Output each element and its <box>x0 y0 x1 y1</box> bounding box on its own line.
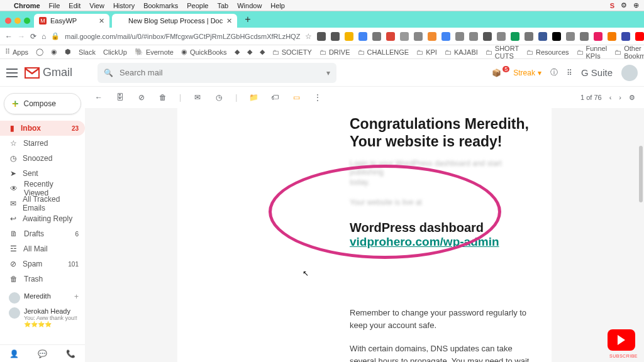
bookmark-item[interactable]: ⬢ <box>65 48 71 56</box>
bookmark-clickup[interactable]: ClickUp <box>103 48 127 56</box>
move-to-icon[interactable]: 📁 <box>248 93 258 102</box>
search-bar[interactable]: 🔍 ▾ <box>97 63 336 83</box>
extension-icon[interactable] <box>580 32 589 41</box>
gmail-logo[interactable]: Gmail <box>24 66 72 79</box>
bookmark-folder-drive[interactable]: 🗀 DRIVE <box>319 48 350 56</box>
apps-grid-icon[interactable]: ⠿ <box>567 69 572 77</box>
close-window-icon[interactable] <box>5 18 11 24</box>
extension-icon[interactable] <box>331 32 340 41</box>
extension-icon[interactable] <box>400 32 409 41</box>
extension-icon[interactable] <box>538 32 547 41</box>
browser-tab-easywp[interactable]: M EasyWP ✕ <box>34 14 109 28</box>
address-bar[interactable]: mail.google.com/mail/u/0/#inbox/FMfcgxwG… <box>65 33 300 40</box>
extension-icon[interactable] <box>414 32 423 41</box>
extension-icon[interactable] <box>525 32 533 41</box>
extension-icon[interactable] <box>372 32 381 41</box>
menu-file[interactable]: File <box>49 2 60 9</box>
bookmark-folder-shortcuts[interactable]: 🗀 SHORT CUTS <box>486 45 519 60</box>
search-icon[interactable]: 🔍 <box>104 69 113 77</box>
lock-icon[interactable]: 🔒 <box>51 32 60 40</box>
extension-icon[interactable] <box>483 32 492 41</box>
bookmark-item[interactable]: ◆ <box>260 48 265 56</box>
maximize-window-icon[interactable] <box>24 18 30 24</box>
bookmark-folder-kajabi[interactable]: 🗀 KAJABI <box>445 48 478 56</box>
bookmark-item[interactable]: ◆ <box>235 48 240 56</box>
youtube-subscribe-overlay[interactable] <box>608 329 635 351</box>
extension-icon[interactable] <box>428 32 436 41</box>
sidebar-item-starred[interactable]: ☆Starred <box>0 136 85 151</box>
back-button[interactable]: ← <box>5 32 13 41</box>
extension-icon[interactable] <box>511 32 519 41</box>
menu-bookmarks[interactable]: Bookmarks <box>143 2 178 9</box>
extension-icon[interactable] <box>608 32 616 41</box>
extension-icon[interactable] <box>358 32 367 41</box>
menu-help[interactable]: Help <box>270 2 285 9</box>
tab-close-icon[interactable]: ✕ <box>226 17 232 25</box>
extension-icon[interactable] <box>635 32 644 41</box>
search-options-icon[interactable]: ▾ <box>326 69 330 77</box>
bookmark-item[interactable]: ◯ <box>36 48 43 56</box>
browser-tab-doc[interactable]: New Blog Setup Process | Doc ✕ <box>112 14 237 28</box>
mark-unread-icon[interactable]: ✉ <box>192 93 203 102</box>
sidebar-item-spam[interactable]: ⊘Spam101 <box>0 256 85 272</box>
menu-view[interactable]: View <box>89 2 104 9</box>
extension-icon[interactable] <box>552 32 561 41</box>
bookmark-folder-society[interactable]: 🗀 SOCIETY <box>272 48 312 56</box>
archive-icon[interactable]: 🗄 <box>115 93 125 102</box>
scrollbar-thumb[interactable] <box>639 146 643 202</box>
sidebar-item-trash[interactable]: 🗑Trash <box>0 272 85 287</box>
streak-button[interactable]: 📦5Streak ▾ <box>492 69 541 77</box>
menu-window[interactable]: Window <box>237 2 262 9</box>
bookmark-item[interactable]: ◆ <box>247 48 252 56</box>
bookmark-slack[interactable]: Slack <box>79 48 96 56</box>
forward-button[interactable]: → <box>18 32 25 41</box>
reload-button[interactable]: ⟳ <box>30 32 36 41</box>
bookmark-apps[interactable]: ⠿ Apps <box>5 48 28 56</box>
bookmark-item[interactable]: ◉ <box>51 48 57 56</box>
extension-icon[interactable] <box>469 32 478 41</box>
more-icon[interactable]: ⋮ <box>313 93 323 102</box>
bookmark-folder-resources[interactable]: 🗀 Resources <box>526 48 569 56</box>
extension-icon[interactable] <box>455 32 464 41</box>
back-to-inbox-icon[interactable]: ← <box>94 93 104 102</box>
hangouts-contacts-icon[interactable]: 👤 <box>9 349 19 358</box>
snooze-icon[interactable]: ◷ <box>214 93 224 102</box>
extension-icon[interactable] <box>345 32 353 41</box>
window-controls[interactable] <box>4 18 34 28</box>
hangouts-chat-icon[interactable]: 💬 <box>38 349 47 358</box>
sidebar-item-snoozed[interactable]: ◷Snoozed <box>0 151 85 166</box>
menu-history[interactable]: History <box>113 2 135 9</box>
sidebar-item-allmail[interactable]: ☲All Mail <box>0 241 85 256</box>
extension-icon[interactable] <box>386 32 395 41</box>
support-icon[interactable]: ⓘ <box>550 67 558 78</box>
extension-icon[interactable] <box>566 32 575 41</box>
delete-icon[interactable]: 🗑 <box>158 93 168 102</box>
bookmark-folder-kpi[interactable]: 🗀 KPI <box>416 48 437 56</box>
sidebar-item-awaiting[interactable]: ↩Awaiting Reply <box>0 211 85 226</box>
menu-chrome[interactable]: Chrome <box>14 2 40 9</box>
next-page-icon[interactable]: › <box>619 94 621 101</box>
tab-close-icon[interactable]: ✕ <box>99 17 104 25</box>
extension-icon[interactable] <box>621 32 630 41</box>
labels-icon[interactable]: 🏷 <box>270 93 280 102</box>
sidebar-item-tracked[interactable]: ✉All Tracked Emails <box>0 196 85 211</box>
add-contact-icon[interactable]: + <box>74 292 79 301</box>
bookmark-folder-challenge[interactable]: 🗀 CHALLENGE <box>358 48 409 56</box>
menu-people[interactable]: People <box>187 2 208 9</box>
hangouts-contact[interactable]: Meredith + <box>0 290 85 305</box>
report-spam-icon[interactable]: ⊘ <box>136 93 147 102</box>
search-input[interactable] <box>119 68 320 77</box>
hangouts-contact[interactable]: Jerokah Heady You: Aww thank you!! ⭐⭐⭐⭐ <box>0 305 85 329</box>
menu-tab[interactable]: Tab <box>217 2 228 9</box>
new-tab-button[interactable]: + <box>240 14 255 28</box>
settings-gear-icon[interactable]: ⚙ <box>629 94 635 102</box>
wp-admin-link[interactable]: vidprohero.com/wp-admin <box>350 235 499 248</box>
sidebar-item-sent[interactable]: ➤Sent <box>0 166 85 181</box>
streak-box-icon[interactable]: ▭ <box>291 93 301 102</box>
account-avatar[interactable] <box>621 65 638 81</box>
home-button[interactable]: ⌂ <box>42 32 46 41</box>
star-icon[interactable]: ☆ <box>305 32 312 41</box>
main-menu-icon[interactable] <box>6 69 18 77</box>
menubar-icon[interactable]: ⊕ <box>633 1 639 9</box>
minimize-window-icon[interactable] <box>14 18 21 24</box>
